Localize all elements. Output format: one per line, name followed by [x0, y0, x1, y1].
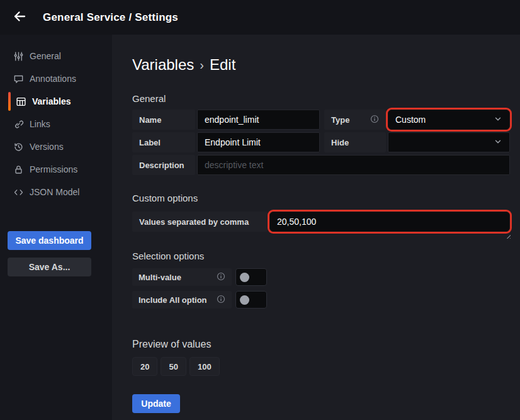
values-row: Values separated by comma 20,50,100: [132, 212, 510, 232]
selection-options-heading: Selection options: [132, 251, 510, 261]
include-all-toggle[interactable]: [235, 291, 267, 309]
values-textarea[interactable]: 20,50,100: [269, 212, 510, 232]
label-input[interactable]: [197, 132, 320, 152]
breadcrumb: Variables › Edit: [132, 56, 510, 74]
link-icon: [13, 119, 24, 130]
description-row: Description: [132, 155, 510, 175]
sidebar-item-label: General: [30, 51, 61, 61]
code-icon: [13, 187, 24, 198]
page-title: General Service / Settings: [43, 11, 178, 24]
description-input[interactable]: [197, 155, 510, 175]
hide-label: Hide: [324, 132, 386, 152]
multi-value-row: Multi-value: [132, 268, 510, 286]
preview-chip: 100: [189, 357, 220, 376]
general-section-heading: General: [132, 93, 510, 104]
sidebar-item-json-model[interactable]: JSON Model: [0, 181, 112, 203]
sidebar-item-general[interactable]: General: [0, 45, 112, 67]
top-header: General Service / Settings: [0, 0, 520, 35]
back-button[interactable]: [9, 7, 30, 28]
sidebar-item-label: JSON Model: [30, 187, 79, 197]
hide-select[interactable]: [388, 132, 510, 152]
type-select-value: Custom: [395, 115, 426, 125]
sidebar-item-permissions[interactable]: Permissions: [0, 158, 112, 181]
name-label: Name: [132, 110, 195, 130]
arrow-left-icon: [12, 9, 27, 26]
breadcrumb-separator: ›: [200, 58, 204, 72]
multi-value-toggle[interactable]: [235, 268, 267, 286]
description-label: Description: [132, 155, 195, 175]
toggle-knob: [240, 273, 249, 282]
chevron-down-icon: [494, 115, 502, 125]
sidebar-item-variables[interactable]: Variables: [0, 90, 112, 113]
update-button[interactable]: Update: [132, 394, 180, 413]
preview-chip: 20: [132, 357, 157, 376]
type-select[interactable]: Custom: [388, 110, 510, 130]
sidebar-item-label: Annotations: [30, 74, 76, 84]
table-icon: [16, 96, 26, 107]
resize-grip[interactable]: [505, 233, 511, 239]
include-all-row: Include All option: [132, 291, 510, 309]
sidebar-item-label: Variables: [32, 96, 71, 106]
preview-heading: Preview of values: [132, 339, 510, 350]
breadcrumb-variables-link[interactable]: Variables: [132, 56, 194, 74]
sidebar-item-label: Permissions: [30, 164, 77, 174]
info-circle-icon[interactable]: [370, 115, 379, 125]
name-input[interactable]: [197, 110, 320, 130]
history-icon: [13, 142, 24, 152]
sidebar-item-label: Versions: [30, 142, 64, 152]
info-circle-icon[interactable]: [217, 295, 225, 305]
toggle-knob: [240, 295, 249, 305]
lock-icon: [13, 164, 24, 175]
preview-chip: 50: [161, 357, 186, 376]
save-as-button[interactable]: Save As...: [8, 258, 91, 276]
save-dashboard-button[interactable]: Save dashboard: [8, 231, 91, 250]
sidebar-item-links[interactable]: Links: [0, 113, 112, 135]
sidebar-item-annotations[interactable]: Annotations: [0, 67, 112, 90]
sidebar-item-label: Links: [30, 119, 50, 129]
sliders-icon: [13, 51, 24, 62]
custom-options-heading: Custom options: [132, 193, 510, 203]
chevron-down-icon: [494, 137, 502, 148]
comment-icon: [13, 74, 24, 84]
label-hide-row: Label Hide: [132, 132, 510, 152]
type-label: Type: [324, 110, 386, 130]
values-label: Values separated by comma: [132, 212, 268, 232]
settings-sidebar: General Annotations Variables Links Vers: [0, 35, 112, 420]
label-label: Label: [132, 132, 195, 152]
variables-edit-panel: Variables › Edit General Name Type Custo…: [112, 35, 520, 420]
info-circle-icon[interactable]: [217, 272, 225, 283]
sidebar-item-versions[interactable]: Versions: [0, 135, 112, 158]
multi-value-label: Multi-value: [132, 268, 232, 286]
breadcrumb-page: Edit: [210, 56, 235, 74]
preview-values: 20 50 100: [132, 357, 510, 376]
name-type-row: Name Type Custom: [132, 110, 510, 130]
include-all-label: Include All option: [132, 291, 232, 309]
